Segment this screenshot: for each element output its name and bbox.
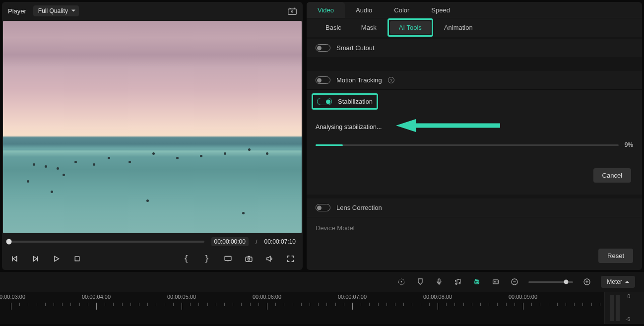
subtab-ai-tools[interactable]: AI Tools <box>390 21 431 34</box>
info-icon[interactable]: ? <box>388 77 394 83</box>
seek-slider[interactable] <box>9 241 204 243</box>
render-preview-icon[interactable] <box>396 277 406 287</box>
svg-point-7 <box>401 281 402 283</box>
svg-point-12 <box>476 282 476 282</box>
play-button[interactable] <box>51 253 62 264</box>
player-panel: Player Full Quality <box>2 2 303 270</box>
ai-tools-highlight: AI Tools <box>387 18 433 37</box>
timeline-toolbar: Meter <box>0 272 644 292</box>
reset-button[interactable]: Reset <box>598 249 633 263</box>
level-meter: 0 -6 <box>604 292 644 324</box>
time-total: 00:00:07:10 <box>264 238 296 245</box>
ruler-label: 00:00:04:00 <box>82 294 111 300</box>
zoom-out-icon[interactable] <box>510 277 519 287</box>
meter-label: Meter <box>607 278 622 285</box>
ruler-label: 00:00:05:00 <box>167 294 196 300</box>
svg-rect-3 <box>225 256 231 261</box>
ruler-label: 00:00:09:00 <box>509 294 537 300</box>
cancel-button[interactable]: Cancel <box>593 168 631 183</box>
snapshot-mode-icon[interactable] <box>288 7 297 15</box>
sub-tabs: Basic Mask AI Tools Animation <box>307 18 642 37</box>
stabilization-highlight: Stabilization <box>312 93 378 110</box>
lens-correction-toggle[interactable] <box>316 204 330 211</box>
motion-tracking-row: Motion Tracking ? <box>307 71 642 89</box>
stabilization-label: Stabilization <box>338 98 373 105</box>
svg-point-10 <box>459 282 460 284</box>
device-model-label: Device Model <box>307 217 642 244</box>
volume-button[interactable] <box>264 253 275 264</box>
tab-audio[interactable]: Audio <box>345 2 383 18</box>
svg-point-13 <box>477 282 478 282</box>
subtab-mask[interactable]: Mask <box>352 21 386 34</box>
mark-in-button[interactable]: { <box>181 253 192 264</box>
time-separator: / <box>256 238 258 246</box>
zoom-in-icon[interactable] <box>582 277 592 287</box>
stabilization-row: Stabilization <box>307 89 642 113</box>
video-preview[interactable] <box>3 21 302 233</box>
adjustment-icon[interactable] <box>491 277 501 287</box>
audio-mixer-icon[interactable] <box>453 277 463 287</box>
analyzing-text: Analysing stabilization... <box>316 124 382 130</box>
player-title: Player <box>8 7 26 15</box>
meter-scale-6: -6 <box>626 317 630 322</box>
stabilization-progress <box>316 144 619 146</box>
lens-correction-row: Lens Correction <box>307 195 642 217</box>
stabilization-toggle[interactable] <box>317 98 332 105</box>
smart-cutout-toggle[interactable] <box>316 44 330 52</box>
ruler-label: 00:00:03:00 <box>0 294 25 300</box>
svg-rect-8 <box>438 279 440 282</box>
ruler[interactable]: 00:00:03:0000:00:04:0000:00:05:0000:00:0… <box>0 292 604 324</box>
tab-video[interactable]: Video <box>307 2 345 18</box>
smart-cutout-row: Smart Cutout <box>307 37 642 57</box>
top-tabs: Video Audio Color Speed <box>307 2 642 18</box>
fullscreen-button[interactable] <box>285 253 296 264</box>
progress-percent: 9% <box>625 141 633 148</box>
stop-button[interactable] <box>71 253 82 264</box>
ruler-label: 00:00:08:00 <box>423 294 452 300</box>
subtab-basic[interactable]: Basic <box>317 21 350 34</box>
quality-select[interactable]: Full Quality <box>33 5 79 16</box>
snapshot-button[interactable] <box>243 253 254 264</box>
motion-tracking-label: Motion Tracking <box>336 76 382 84</box>
ruler-label: 00:00:06:00 <box>253 294 281 300</box>
lens-correction-label: Lens Correction <box>336 204 382 211</box>
zoom-slider[interactable] <box>528 281 573 283</box>
display-toggle-button[interactable] <box>222 253 233 264</box>
meter-scale-0: 0 <box>627 294 630 299</box>
analyzing-block: Analysing stabilization... 9% <box>307 113 642 159</box>
ai-feature-icon[interactable] <box>472 277 482 287</box>
svg-point-5 <box>248 258 250 260</box>
time-current: 00:00:00:00 <box>211 237 249 246</box>
svg-rect-2 <box>75 257 79 261</box>
annotation-arrow-icon <box>396 118 500 134</box>
tab-speed[interactable]: Speed <box>420 2 461 18</box>
marker-icon[interactable] <box>415 277 425 287</box>
smart-cutout-label: Smart Cutout <box>336 44 375 52</box>
timeline: Meter 00:00:03:0000:00:04:0000:00:05:000… <box>0 272 644 324</box>
ruler-label: 00:00:07:00 <box>338 294 367 300</box>
svg-rect-4 <box>246 257 252 261</box>
mark-out-button[interactable]: } <box>201 253 212 264</box>
prev-frame-button[interactable] <box>9 253 20 264</box>
next-frame-button[interactable] <box>30 253 41 264</box>
svg-point-1 <box>292 10 293 12</box>
voiceover-icon[interactable] <box>434 277 444 287</box>
motion-tracking-toggle[interactable] <box>316 76 330 84</box>
meter-toggle[interactable]: Meter <box>601 276 635 288</box>
svg-rect-0 <box>288 9 297 14</box>
subtab-animation[interactable]: Animation <box>435 21 482 34</box>
quality-value: Full Quality <box>38 7 68 14</box>
properties-panel: Video Audio Color Speed Basic Mask AI To… <box>307 2 642 270</box>
tab-color[interactable]: Color <box>383 2 420 18</box>
